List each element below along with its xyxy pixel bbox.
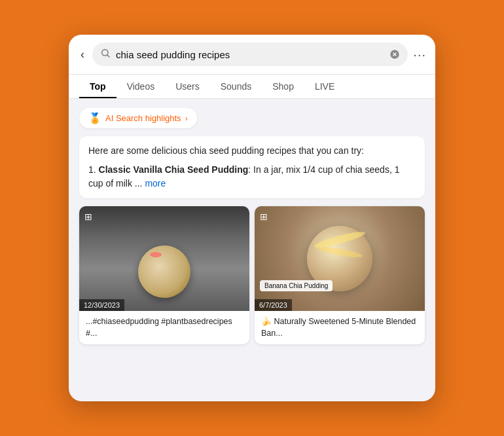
video-thumbnail-1: ⊞ 12/30/2023 [79, 206, 249, 311]
clear-search-button[interactable] [389, 49, 400, 60]
tab-videos[interactable]: Videos [117, 75, 166, 98]
ai-chevron-icon: › [185, 114, 188, 123]
tab-top[interactable]: Top [79, 75, 117, 98]
video-caption-1: ...#chiaseedpudding #plantbasedrecipes #… [79, 311, 249, 344]
video-grid: ⊞ 12/30/2023 ...#chiaseedpudding #plantb… [79, 206, 425, 344]
ai-highlights-bar[interactable]: 🏅 AI Search highlights › [79, 108, 197, 128]
content-area: 🏅 AI Search highlights › Here are some d… [69, 99, 435, 354]
video-date-1: 12/30/2023 [79, 299, 124, 311]
bowl-visual-1 [138, 245, 190, 298]
video-caption-2: 🍌 Naturally Sweetened 5-Minute Blended B… [255, 311, 425, 344]
svg-line-1 [107, 55, 109, 57]
bookmark-icon-1: ⊞ [84, 211, 92, 222]
search-bar: ‹ chia seed pudding recipes ··· [69, 35, 435, 75]
banana-pudding-label: Banana Chia Pudding [260, 280, 333, 291]
search-input-wrapper[interactable]: chia seed pudding recipes [92, 43, 408, 66]
video-card-1[interactable]: ⊞ 12/30/2023 ...#chiaseedpudding #plantb… [79, 206, 249, 344]
search-icon [100, 48, 111, 61]
search-query-text: chia seed pudding recipes [116, 49, 384, 60]
video-card-2[interactable]: ⊞ Banana Chia Pudding 6/7/2023 🍌 Natural… [255, 206, 425, 344]
more-options-button[interactable]: ··· [413, 47, 426, 62]
tab-users[interactable]: Users [165, 75, 210, 98]
recipe-number: 1. [88, 164, 96, 175]
video-date-2: 6/7/2023 [255, 299, 292, 311]
tab-live[interactable]: LIVE [304, 75, 345, 98]
ai-intro-text: Here are some delicious chia seed puddin… [88, 144, 416, 158]
ai-description-box: Here are some delicious chia seed puddin… [79, 136, 425, 198]
ai-highlights-label: AI Search highlights [105, 113, 181, 123]
tab-shop[interactable]: Shop [262, 75, 304, 98]
ai-recipe-text: 1. Classic Vanilla Chia Seed Pudding: In… [88, 163, 416, 191]
app-container: ‹ chia seed pudding recipes ··· Top Vide… [69, 35, 435, 401]
ai-sparkle-icon: 🏅 [88, 112, 101, 124]
tabs-row: Top Videos Users Sounds Shop LIVE [69, 75, 435, 99]
more-link[interactable]: more [145, 178, 166, 189]
video-thumbnail-2: ⊞ Banana Chia Pudding 6/7/2023 [255, 206, 425, 311]
recipe-title-bold: Classic Vanilla Chia Seed Pudding [99, 164, 249, 175]
tab-sounds[interactable]: Sounds [210, 75, 262, 98]
ellipsis: ... [135, 178, 143, 189]
back-button[interactable]: ‹ [78, 48, 87, 62]
bookmark-icon-2: ⊞ [260, 211, 268, 222]
